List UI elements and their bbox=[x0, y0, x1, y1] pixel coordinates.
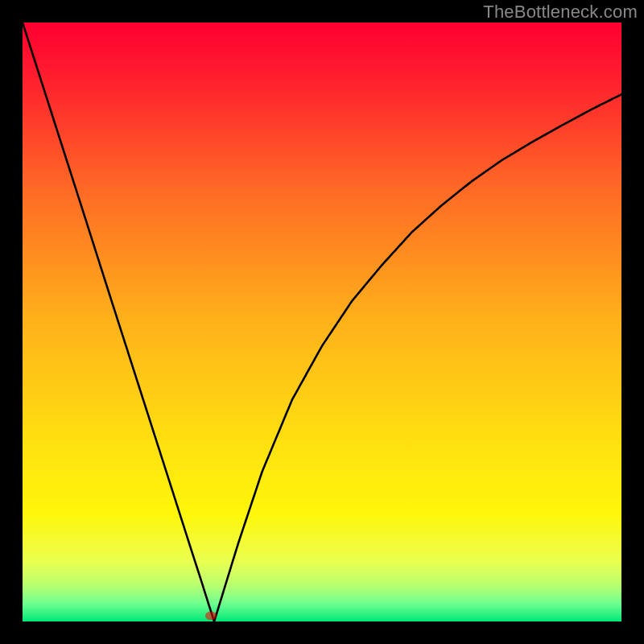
gradient-background bbox=[23, 23, 621, 621]
plot-svg bbox=[23, 23, 621, 621]
watermark-text: TheBottleneck.com bbox=[483, 2, 638, 23]
chart-frame: TheBottleneck.com bbox=[0, 0, 644, 644]
optimum-marker bbox=[205, 612, 217, 620]
plot-area bbox=[23, 23, 621, 621]
